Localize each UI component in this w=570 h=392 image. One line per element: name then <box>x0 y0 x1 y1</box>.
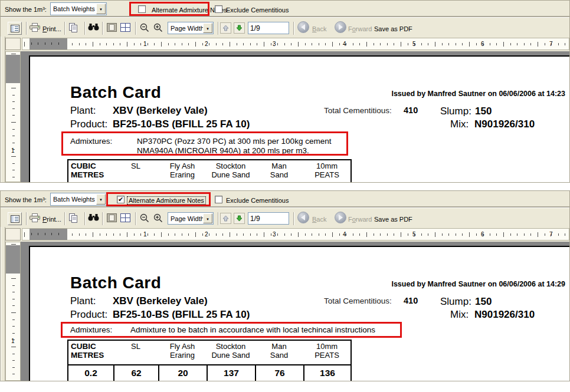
ruler-number: 1 <box>11 338 15 344</box>
product-label: Product: <box>70 309 107 321</box>
next-page-button[interactable] <box>234 213 245 224</box>
zoom-level-value: Page Width <box>171 25 204 32</box>
zoom-out-button[interactable] <box>140 213 149 223</box>
preview-area: Batch Card Issued by Manfred Sautner on … <box>21 242 569 381</box>
page-up-icon <box>222 215 229 222</box>
forward-label[interactable]: Forward <box>348 216 372 223</box>
view-mode-dropdown[interactable]: Batch Weights ▼ <box>50 193 107 206</box>
zoom-in-button[interactable] <box>153 23 163 32</box>
forward-button[interactable] <box>335 21 346 33</box>
view-mode-value: Batch Weights <box>53 5 95 12</box>
forward-arrow-icon <box>339 24 343 30</box>
chevron-down-icon[interactable]: ▼ <box>96 194 106 205</box>
table-header-cell: CUBICMETRES <box>68 160 113 183</box>
toolbar-separator <box>102 212 103 225</box>
table-header-cell: StocktonDune Sand <box>207 341 255 364</box>
multi-page-icon <box>120 23 130 32</box>
page-number-input[interactable] <box>248 22 289 34</box>
table-cell: 76 <box>255 365 303 381</box>
materials-table-header: CUBICMETRES SL Fly AshEraring StocktonDu… <box>67 159 352 183</box>
toolbar-separator <box>293 212 294 225</box>
toolbar-separator <box>64 212 65 225</box>
plant-value: XBV (Berkeley Vale) <box>113 295 208 307</box>
ruler-margin-shade <box>30 38 67 50</box>
print-button[interactable] <box>29 23 41 32</box>
find-button[interactable] <box>88 213 99 221</box>
back-button[interactable] <box>297 212 309 223</box>
horizontal-ruler: 1 2 3 4 5 6 7 <box>22 38 569 50</box>
previous-page-button[interactable] <box>220 22 231 34</box>
copy-button[interactable] <box>69 213 78 223</box>
multi-page-view-button[interactable] <box>120 23 130 32</box>
print-label[interactable]: Print... <box>42 25 61 32</box>
zoom-in-button[interactable] <box>153 213 163 223</box>
toggle-toc-button[interactable] <box>8 22 22 35</box>
save-as-pdf-button[interactable]: Save as PDF <box>374 216 412 223</box>
show-the-1m3-label: Show the 1m³: <box>5 196 47 203</box>
chevron-down-icon[interactable]: ▼ <box>203 213 212 223</box>
table-header-cell: SL <box>113 341 158 364</box>
forward-button[interactable] <box>335 212 346 223</box>
back-arrow-icon <box>301 215 305 220</box>
zoom-out-icon <box>140 23 149 32</box>
print-button[interactable] <box>29 213 41 222</box>
ruler-number: 5 <box>412 231 416 238</box>
vertical-ruler: 1 <box>5 242 21 381</box>
sidebar-splitter[interactable] <box>1 227 5 381</box>
single-page-view-button[interactable] <box>107 213 117 222</box>
forward-label[interactable]: Forward <box>348 25 372 32</box>
view-mode-dropdown[interactable]: Batch Weights ▼ <box>50 2 107 15</box>
copy-icon <box>69 23 78 32</box>
print-preview-toolbar: Print... Page Width ▼ <box>1 207 569 227</box>
print-label[interactable]: Print... <box>42 216 61 223</box>
zoom-level-dropdown[interactable]: Page Width ▼ <box>168 22 214 34</box>
chevron-down-icon[interactable]: ▼ <box>203 23 212 33</box>
plant-label: Plant: <box>70 105 96 117</box>
ruler-number: 4 <box>343 231 346 238</box>
zoom-level-dropdown[interactable]: Page Width ▼ <box>168 212 214 225</box>
exclude-cementitious-label[interactable]: Exclude Cementitious <box>226 6 289 14</box>
mix-label: Mix: <box>450 309 469 321</box>
multi-page-icon <box>120 213 130 222</box>
toolbar-separator <box>293 22 294 35</box>
total-cementitious-label: Total Cementitious: <box>324 106 392 115</box>
copy-button[interactable] <box>69 23 78 32</box>
ruler-number: 2 <box>205 231 208 238</box>
single-page-view-button[interactable] <box>107 23 117 32</box>
product-value: BF25-10-BS (BFILL 25 FA 10) <box>113 118 250 130</box>
print-preview-toolbar: Print... Page Width ▼ <box>1 17 569 37</box>
sidebar-splitter[interactable] <box>1 37 5 182</box>
highlight-box-admixtures <box>61 322 402 338</box>
back-label[interactable]: Back <box>312 216 326 223</box>
find-button[interactable] <box>88 23 99 31</box>
exclude-cementitious-checkbox[interactable] <box>215 5 222 13</box>
panel-top: Show the 1m³: Batch Weights ▼ Alternate … <box>0 0 570 183</box>
multi-page-view-button[interactable] <box>120 213 130 222</box>
product-value: BF25-10-BS (BFILL 25 FA 10) <box>113 309 250 321</box>
issued-line: Issued by Manfred Sautner on 06/06/2006 … <box>391 90 565 98</box>
slump-value: 150 <box>475 296 492 308</box>
toolbar-separator <box>218 22 219 35</box>
zoom-out-button[interactable] <box>140 23 149 32</box>
back-button[interactable] <box>297 21 309 33</box>
chevron-down-icon[interactable]: ▼ <box>96 4 106 14</box>
page-down-icon <box>236 215 243 222</box>
table-cell: 137 <box>207 365 255 381</box>
table-header-cell: CUBICMETRES <box>68 341 113 364</box>
exclude-cementitious-label[interactable]: Exclude Cementitious <box>226 197 289 204</box>
zoom-in-icon <box>153 213 163 223</box>
toolbar-separator <box>135 22 136 35</box>
back-label[interactable]: Back <box>312 25 326 32</box>
save-as-pdf-button[interactable]: Save as PDF <box>374 25 412 32</box>
exclude-cementitious-checkbox[interactable] <box>215 196 222 203</box>
copy-icon <box>69 213 78 223</box>
view-mode-value: Batch Weights <box>53 196 95 203</box>
highlight-box-admixtures <box>61 131 348 156</box>
previous-page-button[interactable] <box>220 213 231 224</box>
page-number-input[interactable] <box>248 212 289 225</box>
next-page-button[interactable] <box>234 22 245 34</box>
plant-value: XBV (Berkeley Vale) <box>113 105 208 117</box>
mix-label: Mix: <box>450 118 469 130</box>
toggle-toc-button[interactable] <box>8 212 22 225</box>
mix-value: N901926/310 <box>474 309 535 321</box>
